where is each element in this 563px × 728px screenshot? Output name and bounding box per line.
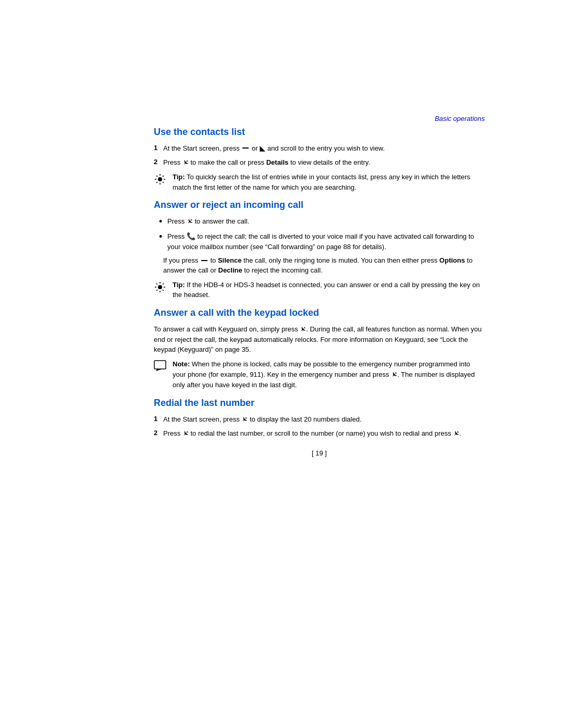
redial-item-2: 2 Press ✈ to redial the last number, or … [154,428,485,439]
keypad-locked-title: Answer a call with the keypad locked [154,307,485,318]
section-keypad-locked: Answer a call with the keypad locked To … [154,307,485,390]
contacts-list-item-2: 2 Press ✈ to make the call or press Deta… [154,157,485,168]
redial-title: Redial the last number [154,398,485,409]
page: Basic operations Use the contacts list 1… [0,0,563,728]
tip-icon-1 [154,172,173,192]
svg-rect-18 [154,361,166,369]
svg-line-15 [163,290,164,291]
contacts-list-title: Use the contacts list [154,127,485,138]
answer-reject-bullet-1: • Press ✈ to answer the call. [154,216,485,228]
svg-line-6 [163,182,164,183]
contacts-list-num-2: 2 [154,157,163,168]
bullet-2: • [159,231,167,252]
contacts-list-tip: Tip: To quickly search the list of entri… [154,172,485,192]
keypad-locked-note-text: Note: When the phone is locked, calls ma… [173,359,485,390]
svg-line-17 [156,290,157,291]
redial-text-1: At the Start screen, press ✈ to display … [163,414,485,425]
svg-line-16 [163,283,164,285]
section-answer-reject: Answer or reject an incoming call • Pres… [154,200,485,300]
contacts-list-tip-text: Tip: To quickly search the list of entri… [173,172,485,192]
contacts-list-text-1: At the Start screen, press or ◢ and scro… [163,143,485,154]
bullet-1: • [159,216,167,228]
answer-reject-tip: Tip: If the HDB-4 or HDS-3 headset is co… [154,280,485,300]
keypad-locked-body: To answer a call with Keyguard on, simpl… [154,324,485,355]
section-contacts-list: Use the contacts list 1 At the Start scr… [154,127,485,192]
answer-reject-text-1: Press ✈ to answer the call. [167,216,485,228]
svg-line-8 [156,182,157,183]
category-label: Basic operations [154,115,485,122]
content-area: Basic operations Use the contacts list 1… [0,0,563,509]
redial-text-2: Press ✈ to redial the last number, or sc… [163,428,485,439]
svg-line-7 [163,176,164,177]
silence-text: If you press to Silence the call, only t… [154,255,485,276]
answer-reject-bullet-2: • Press 📞 to reject the call; the call i… [154,231,485,252]
svg-line-14 [156,283,157,285]
answer-reject-tip-text: Tip: If the HDB-4 or HDS-3 headset is co… [173,280,485,300]
section-redial: Redial the last number 1 At the Start sc… [154,398,485,439]
answer-reject-title: Answer or reject an incoming call [154,200,485,211]
svg-point-9 [158,285,162,289]
svg-point-0 [158,177,162,181]
redial-item-1: 1 At the Start screen, press ✈ to displa… [154,414,485,425]
note-icon [154,359,173,390]
category-text: Basic operations [435,115,485,122]
redial-num-1: 1 [154,414,163,425]
tip-icon-2 [154,280,173,300]
page-number: [ 19 ] [154,449,485,457]
svg-line-5 [156,176,157,177]
redial-num-2: 2 [154,428,163,439]
contacts-list-text-2: Press ✈ to make the call or press Detail… [163,157,485,168]
contacts-list-item-1: 1 At the Start screen, press or ◢ and sc… [154,143,485,154]
answer-reject-text-2: Press 📞 to reject the call; the call is … [167,231,485,252]
contacts-list-num-1: 1 [154,143,163,154]
keypad-locked-note: Note: When the phone is locked, calls ma… [154,359,485,390]
